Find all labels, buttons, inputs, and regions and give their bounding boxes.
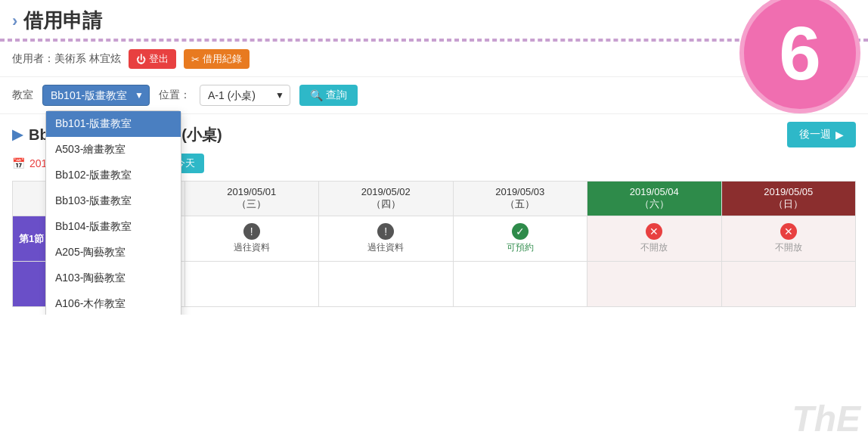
page-title: 借用申請 [23,8,102,34]
calendar-icon: 📅 [12,157,25,169]
big-number-text: 6 [779,15,821,91]
cell-sun-1-content: ✕ 不開放 [725,223,853,254]
cell-status-text: 過往資料 [367,241,404,254]
header-sat-date: 2019/05/04 [591,186,718,197]
cell-wed-2[interactable] [319,262,454,307]
dropdown-item-0[interactable]: Bb101-版畫教室 [46,111,181,137]
header-sun-day: （日） [725,197,853,211]
cell-sun-1[interactable]: ✕ 不開放 [721,216,856,262]
dropdown-item-7[interactable]: A106-木作教室 [46,291,181,315]
cell-sun-2[interactable] [721,262,856,307]
scissor-icon: ✂ [191,54,200,65]
cell-status-text: 不開放 [775,241,802,254]
search-label: 查詢 [326,88,347,102]
header-period [13,182,51,216]
cell-wed-1-content: ! 過往資料 [322,223,450,254]
dropdown-item-3[interactable]: Bb103-版畫教室 [46,188,181,214]
x-icon: ✕ [646,223,662,240]
header-thu: 2019/05/03 （五） [453,182,587,216]
cell-sat-1-content: ✕ 不開放 [591,223,718,254]
logout-label: 登出 [149,52,169,66]
cell-tue-2[interactable] [184,262,319,307]
cell-wed-1[interactable]: ! 過往資料 [319,216,454,262]
header-thu-day: （五） [457,197,584,211]
user-bar: 使用者：美術系 林宜炫 ⏻ 登出 ✂ 借用紀錄 [0,42,868,77]
dropdown-item-4[interactable]: Bb104-版畫教室 [46,214,181,240]
controls-bar: 教室 Bb101-版畫教室 ▼ 位置： A-1 (小桌) ▼ 🔍 查詢 Bb10… [0,77,868,114]
header-sat-day: （六） [591,197,718,211]
x-icon: ✕ [780,223,797,240]
search-button[interactable]: 🔍 查詢 [299,85,358,106]
dropdown-item-5[interactable]: A205-陶藝教室 [46,240,181,265]
cell-sat-2[interactable] [587,262,722,307]
header-sat: 2019/05/04 （六） [587,182,722,216]
cell-status-text: 可預約 [507,241,534,254]
next-week-button[interactable]: 後一週 ▶ [787,122,856,147]
period-cell-2 [13,262,51,307]
user-label: 使用者：美術系 林宜炫 [12,52,121,66]
dropdown-item-1[interactable]: A503-繪畫教室 [46,137,181,163]
power-icon: ⏻ [136,54,146,65]
page-header: › 借用申請 6 [0,0,868,40]
cell-status-text: 不開放 [640,241,668,254]
next-week-label: 後一週 [799,128,831,141]
classroom-select-wrapper: Bb101-版畫教室 ▼ [42,85,150,106]
record-button[interactable]: ✂ 借用紀錄 [184,49,250,69]
dropdown-item-6[interactable]: A103-陶藝教室 [46,265,181,291]
cell-thu-1-content: ✓ 可預約 [457,223,584,254]
warning-icon: ! [377,223,394,240]
position-select-wrapper: A-1 (小桌) ▼ [200,85,290,106]
period-cell: 第1節 [13,216,51,262]
warning-icon: ! [243,223,260,240]
classroom-dropdown: Bb101-版畫教室 A503-繪畫教室 Bb102-版畫教室 Bb103-版畫… [45,110,181,315]
cell-tue-1[interactable]: ! 過往資料 [184,216,319,262]
cell-thu-1[interactable]: ✓ 可預約 [453,216,587,262]
cell-status-text: 過往資料 [234,241,270,254]
header-tue-day: （三） [188,197,316,211]
header-tue-date: 2019/05/01 [188,186,316,197]
classroom-select[interactable]: Bb101-版畫教室 [42,85,150,106]
header-sun-date: 2019/05/05 [725,186,853,197]
arrow-right-icon: ▶ [835,129,844,141]
header-wed: 2019/05/02 （四） [319,182,454,216]
play-icon: ▶ [12,126,23,143]
cell-sat-1[interactable]: ✕ 不開放 [587,216,722,262]
header-thu-date: 2019/05/03 [457,186,584,197]
position-select[interactable]: A-1 (小桌) [200,85,290,106]
header-tue: 2019/05/01 （三） [184,182,319,216]
cell-thu-2[interactable] [453,262,587,307]
check-icon: ✓ [512,223,529,240]
record-label: 借用紀錄 [203,52,242,66]
header-sun: 2019/05/05 （日） [721,182,856,216]
dropdown-item-2[interactable]: Bb102-版畫教室 [46,163,181,188]
header-wed-date: 2019/05/02 [322,186,450,197]
classroom-label: 教室 [12,88,33,102]
cell-tue-1-content: ! 過往資料 [188,223,316,254]
period-label: 第1節 [19,233,44,244]
search-icon: 🔍 [310,89,323,101]
header-wed-day: （四） [322,197,450,211]
logout-button[interactable]: ⏻ 登出 [129,49,176,69]
position-label: 位置： [159,88,191,102]
chevron-right-icon: › [12,11,17,31]
